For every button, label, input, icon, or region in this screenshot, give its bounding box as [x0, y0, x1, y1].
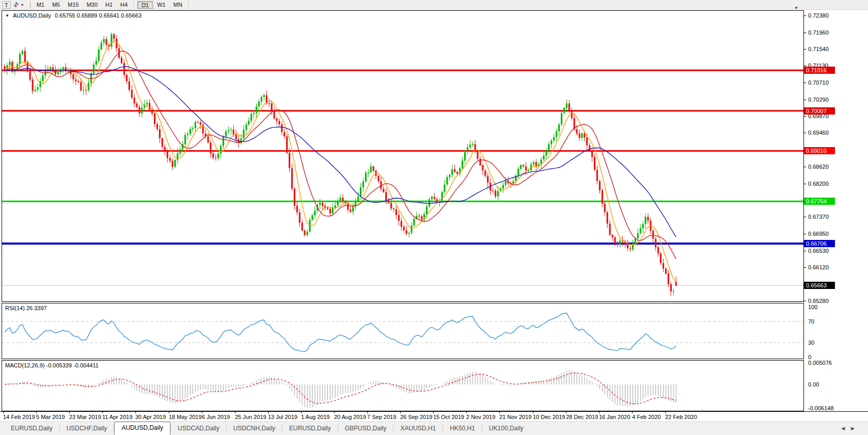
price-tick-mark [804, 83, 806, 83]
time-tick-label: 28 Dec 2019 [566, 414, 598, 420]
time-tick-mark [632, 412, 633, 413]
top-toolbar: T ▼ M1M5M15M30H1H4D1W1MN [0, 0, 868, 10]
chart-tab-eurusd-daily[interactable]: EURUSD,Daily [4, 423, 59, 435]
macd-label: MACD(12,26,9) -0.005339 -0.004411 [5, 362, 99, 368]
level-price-label: 0.67754 [804, 198, 835, 205]
timeframe-button-m15[interactable]: M15 [64, 1, 82, 9]
time-tick-label: 16 Jan 2020 [599, 414, 630, 420]
chart-tab-usdcnh-daily[interactable]: USDCNH,Daily [227, 423, 282, 435]
time-tick-mark [36, 412, 37, 413]
chart-scroll-arrow-icon[interactable]: ▼ [794, 6, 798, 10]
time-tick-label: 7 Sep 2019 [367, 414, 396, 420]
time-tick-mark [499, 412, 500, 413]
candlestick-chart-surface[interactable] [2, 11, 803, 301]
chart-tab-audusd-daily[interactable]: AUDUSD,Daily [114, 422, 170, 435]
time-tick-mark [102, 412, 103, 413]
time-tick-mark [566, 412, 566, 413]
price-tick-mark [804, 251, 806, 251]
price-tick-mark [804, 267, 806, 268]
timeframe-button-mn[interactable]: MN [170, 1, 186, 9]
tab-scroll-left-icon[interactable]: ◀ [841, 426, 845, 431]
price-tick-mark [804, 116, 806, 117]
text-tool-button[interactable]: T [2, 1, 11, 9]
time-tick-mark [202, 412, 202, 413]
price-tick-label: 0.72380 [808, 12, 829, 19]
time-tick-label: 30 Apr 2019 [135, 414, 166, 420]
time-tick-label: 14 Feb 2019 [3, 414, 35, 420]
chart-tab-usdcad-daily[interactable]: USDCAD,Daily [171, 423, 226, 435]
time-tick-label: 11 Apr 2019 [102, 414, 133, 420]
price-tick-mark [804, 15, 806, 16]
price-tick-label: 0.70290 [808, 96, 829, 103]
price-tick-mark [804, 33, 806, 33]
price-tick-mark [804, 133, 806, 133]
time-tick-label: 20 Aug 2019 [334, 414, 366, 420]
main-chart-pane[interactable]: ▼ AUDUSD,Daily 0.65755 0.65889 0.65641 0… [2, 10, 804, 302]
time-tick-mark [400, 412, 401, 413]
chart-ohlc-values: 0.65755 0.65889 0.65641 0.65663 [55, 12, 141, 19]
chart-tab-gbpusd-daily[interactable]: GBPUSD,Daily [338, 423, 393, 435]
time-tick-mark [135, 412, 136, 413]
chart-tab-xauusd-h1[interactable]: XAUUSD,H1 [393, 423, 443, 435]
time-tick-mark [599, 412, 599, 413]
timeframe-button-h4[interactable]: H4 [117, 1, 131, 9]
time-tick-label: 23 Mar 2019 [69, 414, 101, 420]
symbols-arrange-button[interactable]: ▼ [13, 2, 24, 8]
chart-tab-eurusd-daily[interactable]: EURUSD,Daily [282, 423, 338, 435]
level-price-label: 0.66706 [804, 240, 835, 247]
rsi-scale-label: 100 [808, 304, 817, 311]
time-tick-mark [533, 412, 533, 413]
current-price-label: 0.65663 [804, 282, 835, 289]
rsi-chart-surface[interactable] [2, 303, 803, 359]
toolbar-grip[interactable] [28, 2, 30, 8]
time-scale[interactable]: 14 Feb 20195 Mar 201923 Mar 201911 Apr 2… [0, 411, 868, 421]
price-tick-label: 0.66530 [808, 248, 829, 254]
timeframe-button-w1[interactable]: W1 [153, 1, 169, 9]
chart-tab-uk100-daily[interactable]: UK100,Daily [482, 423, 530, 435]
terminal-window: T ▼ M1M5M15M30H1H4D1W1MN ▼ ▼ AUDUSD,Dail… [0, 0, 868, 435]
rsi-pane[interactable]: RSI(14) 26.3397 [2, 303, 804, 359]
price-tick-label: 0.68620 [808, 164, 829, 170]
price-tick-mark [804, 167, 806, 167]
price-tick-mark [804, 217, 806, 217]
level-price-label: 0.69010 [804, 147, 835, 154]
timeframe-button-m30[interactable]: M30 [83, 1, 101, 9]
time-tick-mark [466, 412, 467, 413]
time-tick-label: 13 Jul 2019 [268, 414, 297, 420]
price-tick-label: 0.71540 [808, 46, 829, 53]
dropdown-caret-icon: ▼ [21, 3, 24, 7]
price-tick-label: 0.71960 [808, 29, 829, 36]
time-tick-label: 1 Aug 2019 [301, 414, 330, 420]
time-tick-mark [334, 412, 335, 413]
rsi-scale-label: 30 [808, 340, 814, 346]
price-tick-mark [804, 49, 806, 50]
tab-scroll-arrows: ◀ ▶ [841, 426, 855, 431]
timeframe-button-d1[interactable]: D1 [137, 1, 153, 9]
timeframe-group: M1M5M15M30H1H4D1W1MN [33, 1, 192, 9]
chart-collapse-icon[interactable]: ▼ [5, 13, 9, 18]
level-price-label: 0.71016 [804, 67, 835, 74]
macd-scale-label: 0.00 [808, 381, 819, 388]
price-tick-label: 0.67370 [808, 214, 829, 220]
tab-scroll-right-icon[interactable]: ▶ [851, 426, 855, 431]
swap-arrows-icon [13, 2, 20, 8]
timeframe-button-m1[interactable]: M1 [33, 1, 48, 9]
time-tick-mark [235, 412, 235, 413]
time-tick-label: 5 Mar 2019 [36, 414, 65, 420]
price-tick-mark [804, 100, 806, 100]
price-tick-mark [804, 234, 806, 234]
time-tick-mark [268, 412, 269, 413]
price-scale[interactable]: 0.723800.719600.715400.711300.707100.702… [804, 10, 868, 411]
rsi-scale-label: 70 [808, 318, 814, 325]
toolbar-separator [188, 1, 190, 8]
macd-pane[interactable]: MACD(12,26,9) -0.005339 -0.004411 [2, 360, 804, 411]
chart-tab-usdchf-daily[interactable]: USDCHF,Daily [60, 423, 114, 435]
time-tick-label: 21 Nov 2019 [499, 414, 531, 420]
timeframe-button-h1[interactable]: H1 [102, 1, 116, 9]
time-tick-label: 6 Jun 2019 [202, 414, 230, 420]
macd-chart-surface[interactable] [2, 361, 803, 411]
time-tick-label: 2 Nov 2019 [466, 414, 495, 420]
timeframe-button-m5[interactable]: M5 [49, 1, 64, 9]
chart-tab-hk50-h1[interactable]: HK50,H1 [443, 423, 482, 435]
rsi-label: RSI(14) 26.3397 [5, 305, 47, 311]
